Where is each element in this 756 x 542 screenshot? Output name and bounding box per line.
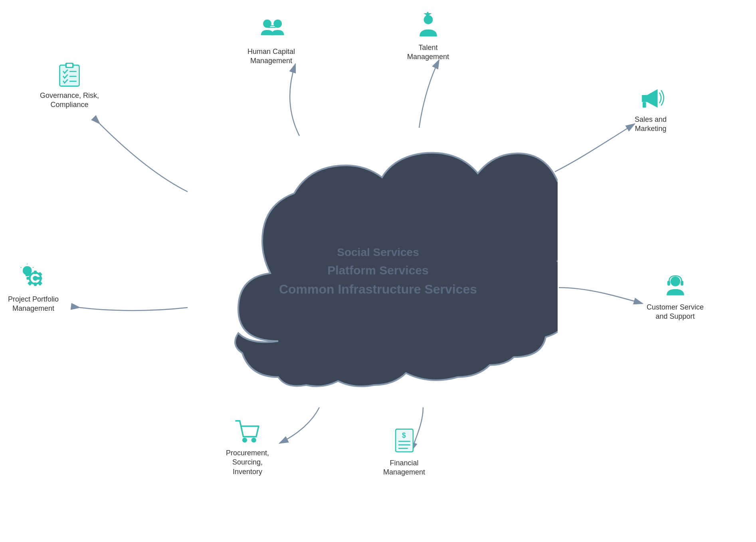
node-project-portfolio: Project PortfolioManagement bbox=[8, 264, 59, 314]
project-portfolio-label: Project PortfolioManagement bbox=[8, 295, 59, 314]
node-customer-service: Customer Serviceand Support bbox=[647, 272, 704, 322]
svg-point-29 bbox=[22, 266, 32, 275]
governance-label: Governance, Risk,Compliance bbox=[40, 91, 99, 110]
dollar-doc-icon: $ bbox=[390, 427, 418, 455]
customer-service-label: Customer Serviceand Support bbox=[647, 303, 704, 322]
talent-management-label: TalentManagement bbox=[407, 43, 449, 62]
cloud-line1: Social Services bbox=[279, 246, 477, 258]
cart-icon bbox=[234, 417, 261, 445]
svg-rect-8 bbox=[667, 281, 670, 286]
svg-rect-23 bbox=[26, 277, 30, 280]
svg-rect-9 bbox=[681, 281, 683, 286]
svg-rect-22 bbox=[34, 282, 36, 286]
cloud-line2: Platform Services bbox=[279, 263, 477, 277]
svg-rect-35 bbox=[60, 65, 79, 86]
sales-marketing-label: Sales andMarketing bbox=[635, 115, 667, 134]
node-sales-marketing: Sales andMarketing bbox=[635, 84, 667, 134]
human-capital-label: Human CapitalManagement bbox=[247, 47, 295, 66]
person-star-icon bbox=[414, 12, 442, 40]
node-human-capital: Human CapitalManagement bbox=[247, 16, 295, 66]
svg-point-18 bbox=[251, 438, 256, 443]
procurement-label: Procurement, Sourcing,Inventory bbox=[212, 449, 283, 476]
svg-text:$: $ bbox=[402, 431, 406, 439]
svg-point-20 bbox=[33, 276, 38, 281]
svg-point-2 bbox=[263, 20, 271, 28]
svg-line-32 bbox=[20, 267, 21, 268]
headset-icon bbox=[661, 272, 689, 300]
svg-rect-24 bbox=[37, 277, 42, 280]
cloud-line3: Common Infrastructure Services bbox=[279, 282, 477, 296]
financial-management-label: FinancialManagement bbox=[383, 459, 425, 477]
svg-point-17 bbox=[242, 438, 247, 443]
gear-lightbulb-icon bbox=[20, 264, 47, 292]
svg-rect-28 bbox=[38, 272, 42, 276]
svg-point-7 bbox=[670, 276, 680, 286]
svg-rect-6 bbox=[643, 102, 646, 108]
svg-rect-38 bbox=[67, 64, 72, 67]
cloud-text: Social Services Platform Services Common… bbox=[279, 246, 477, 296]
people-arrows-icon bbox=[257, 16, 285, 44]
node-talent-management: TalentManagement bbox=[407, 12, 449, 62]
svg-rect-21 bbox=[34, 271, 36, 274]
node-governance: Governance, Risk,Compliance bbox=[40, 60, 99, 110]
svg-rect-30 bbox=[25, 274, 29, 276]
megaphone-icon bbox=[637, 84, 665, 112]
svg-point-3 bbox=[273, 20, 282, 28]
svg-line-33 bbox=[33, 267, 34, 268]
node-financial-management: $ FinancialManagement bbox=[383, 427, 425, 477]
diagram-container: Social Services Platform Services Common… bbox=[0, 0, 756, 542]
clipboard-icon bbox=[55, 60, 83, 88]
node-procurement: Procurement, Sourcing,Inventory bbox=[212, 417, 283, 476]
